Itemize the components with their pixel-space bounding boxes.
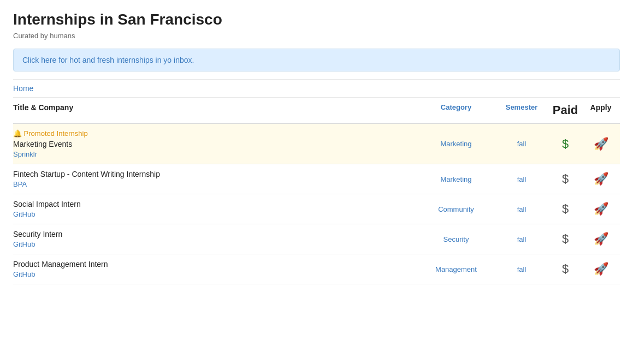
- job-paid: $: [549, 172, 582, 186]
- job-title: Security Intern: [13, 230, 418, 238]
- breadcrumb: Home: [13, 79, 620, 98]
- rocket-icon[interactable]: 🚀: [594, 232, 608, 246]
- internships-table: Title & Company Category Semester Paid A…: [13, 98, 620, 284]
- job-semester: fall: [494, 265, 549, 273]
- apply-button[interactable]: 🚀: [582, 262, 620, 276]
- table-row: Social Impact InternGitHubCommunityfall$…: [13, 194, 620, 224]
- job-paid: $: [549, 137, 582, 151]
- page-subtitle: Curated by humans: [13, 32, 620, 40]
- rocket-icon[interactable]: 🚀: [594, 172, 608, 186]
- job-semester: fall: [494, 205, 549, 213]
- company-link[interactable]: GitHub: [13, 270, 35, 278]
- job-info: Security InternGitHub: [13, 230, 418, 248]
- company-link[interactable]: GitHub: [13, 240, 35, 248]
- promoted-label: 🔔 Promoted Internship: [13, 129, 418, 138]
- job-paid: $: [549, 202, 582, 216]
- job-category[interactable]: Community: [418, 205, 494, 213]
- apply-button[interactable]: 🚀: [582, 202, 620, 216]
- job-category[interactable]: Marketing: [418, 140, 494, 148]
- job-category[interactable]: Marketing: [418, 175, 494, 183]
- table-row: Fintech Startup - Content Writing Intern…: [13, 164, 620, 194]
- job-title: Marketing Events: [13, 140, 418, 148]
- rocket-icon[interactable]: 🚀: [594, 262, 608, 276]
- promo-link[interactable]: Click here for hot and fresh internships…: [22, 56, 194, 64]
- rocket-icon[interactable]: 🚀: [594, 137, 608, 151]
- company-link[interactable]: GitHub: [13, 210, 35, 218]
- job-semester: fall: [494, 235, 549, 243]
- job-semester: fall: [494, 175, 549, 183]
- apply-button[interactable]: 🚀: [582, 232, 620, 246]
- table-header: Title & Company Category Semester Paid A…: [13, 98, 620, 124]
- job-category[interactable]: Security: [418, 235, 494, 243]
- job-title: Social Impact Intern: [13, 200, 418, 208]
- header-paid: Paid: [549, 103, 582, 117]
- header-title-company: Title & Company: [13, 103, 418, 117]
- header-apply: Apply: [582, 103, 620, 117]
- job-category[interactable]: Management: [418, 265, 494, 273]
- job-semester: fall: [494, 140, 549, 148]
- rocket-icon[interactable]: 🚀: [594, 202, 608, 216]
- table-body: 🔔 Promoted InternshipMarketing EventsSpr…: [13, 124, 620, 284]
- header-category: Category: [418, 103, 494, 117]
- promo-banner[interactable]: Click here for hot and fresh internships…: [13, 49, 620, 71]
- page-title: Internships in San Francisco: [13, 11, 620, 28]
- header-semester: Semester: [494, 103, 549, 117]
- job-title: Fintech Startup - Content Writing Intern…: [13, 170, 418, 178]
- table-row: Security InternGitHubSecurityfall$🚀: [13, 224, 620, 254]
- apply-button[interactable]: 🚀: [582, 172, 620, 186]
- job-title: Product Management Intern: [13, 260, 418, 268]
- job-info: Fintech Startup - Content Writing Intern…: [13, 170, 418, 188]
- job-paid: $: [549, 262, 582, 276]
- table-row: Product Management InternGitHubManagemen…: [13, 254, 620, 284]
- job-info: Social Impact InternGitHub: [13, 200, 418, 218]
- table-row: 🔔 Promoted InternshipMarketing EventsSpr…: [13, 124, 620, 164]
- job-info: Product Management InternGitHub: [13, 260, 418, 278]
- job-info: 🔔 Promoted InternshipMarketing EventsSpr…: [13, 129, 418, 158]
- job-paid: $: [549, 232, 582, 246]
- apply-button[interactable]: 🚀: [582, 137, 620, 151]
- company-link[interactable]: BPA: [13, 180, 27, 188]
- breadcrumb-home[interactable]: Home: [13, 84, 33, 93]
- company-link[interactable]: Sprinklr: [13, 150, 37, 158]
